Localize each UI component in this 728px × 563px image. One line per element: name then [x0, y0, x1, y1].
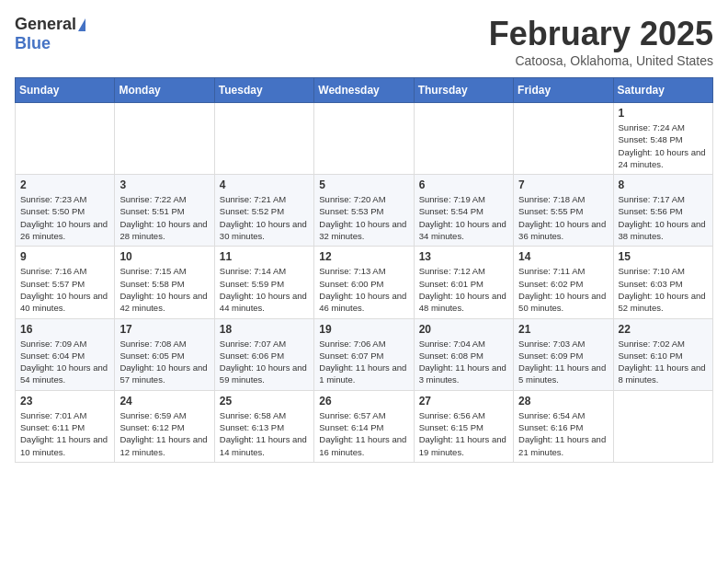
day-number: 1 — [619, 107, 708, 120]
calendar-header-row: SundayMondayTuesdayWednesdayThursdayFrid… — [16, 78, 713, 103]
day-header-tuesday: Tuesday — [214, 78, 313, 103]
calendar-cell: 12Sunrise: 7:13 AM Sunset: 6:00 PM Dayli… — [314, 247, 414, 318]
day-info: Sunrise: 7:09 AM Sunset: 6:04 PM Dayligh… — [20, 338, 109, 386]
day-number: 21 — [518, 323, 608, 336]
month-title: February 2025 — [489, 15, 713, 53]
calendar-cell: 22Sunrise: 7:02 AM Sunset: 6:10 PM Dayli… — [613, 318, 712, 390]
day-info: Sunrise: 7:20 AM Sunset: 5:53 PM Dayligh… — [319, 193, 408, 242]
calendar-table: SundayMondayTuesdayWednesdayThursdayFrid… — [15, 77, 713, 463]
day-number: 5 — [319, 178, 408, 191]
calendar-cell: 14Sunrise: 7:11 AM Sunset: 6:02 PM Dayli… — [514, 247, 613, 318]
calendar-cell: 13Sunrise: 7:12 AM Sunset: 6:01 PM Dayli… — [414, 247, 513, 318]
calendar-cell: 28Sunrise: 6:54 AM Sunset: 6:16 PM Dayli… — [514, 390, 613, 462]
calendar-cell: 19Sunrise: 7:06 AM Sunset: 6:07 PM Dayli… — [314, 318, 414, 390]
day-number: 20 — [419, 323, 508, 336]
day-info: Sunrise: 7:01 AM Sunset: 6:11 PM Dayligh… — [20, 409, 109, 458]
day-info: Sunrise: 7:03 AM Sunset: 6:09 PM Dayligh… — [518, 338, 608, 386]
day-number: 7 — [518, 178, 608, 191]
calendar-week-5: 23Sunrise: 7:01 AM Sunset: 6:11 PM Dayli… — [16, 390, 713, 462]
day-header-friday: Friday — [514, 78, 613, 103]
logo: General Blue — [15, 15, 85, 53]
calendar-cell: 17Sunrise: 7:08 AM Sunset: 6:05 PM Dayli… — [115, 318, 214, 390]
day-info: Sunrise: 7:21 AM Sunset: 5:52 PM Dayligh… — [220, 193, 309, 242]
calendar-cell: 5Sunrise: 7:20 AM Sunset: 5:53 PM Daylig… — [314, 175, 414, 247]
day-number: 17 — [119, 323, 209, 336]
day-header-thursday: Thursday — [414, 78, 513, 103]
calendar-cell — [314, 103, 414, 175]
logo-blue-text: Blue — [15, 34, 51, 52]
day-info: Sunrise: 7:18 AM Sunset: 5:55 PM Dayligh… — [518, 193, 608, 242]
calendar-cell: 21Sunrise: 7:03 AM Sunset: 6:09 PM Dayli… — [514, 318, 613, 390]
calendar-cell: 8Sunrise: 7:17 AM Sunset: 5:56 PM Daylig… — [613, 175, 712, 247]
day-number: 4 — [220, 178, 309, 191]
day-header-saturday: Saturday — [613, 78, 712, 103]
day-info: Sunrise: 6:59 AM Sunset: 6:12 PM Dayligh… — [119, 409, 209, 458]
day-number: 27 — [419, 395, 508, 408]
calendar-cell: 18Sunrise: 7:07 AM Sunset: 6:06 PM Dayli… — [214, 318, 313, 390]
day-info: Sunrise: 7:08 AM Sunset: 6:05 PM Dayligh… — [119, 338, 209, 386]
day-number: 12 — [319, 250, 408, 263]
logo-general-text: General — [15, 15, 76, 34]
day-info: Sunrise: 6:54 AM Sunset: 6:16 PM Dayligh… — [518, 409, 608, 458]
calendar-cell: 2Sunrise: 7:23 AM Sunset: 5:50 PM Daylig… — [16, 175, 115, 247]
day-number: 2 — [20, 178, 109, 191]
day-header-wednesday: Wednesday — [314, 78, 414, 103]
day-number: 13 — [419, 250, 508, 263]
day-info: Sunrise: 7:06 AM Sunset: 6:07 PM Dayligh… — [319, 338, 408, 386]
calendar-week-1: 1Sunrise: 7:24 AM Sunset: 5:48 PM Daylig… — [16, 103, 713, 175]
calendar-week-3: 9Sunrise: 7:16 AM Sunset: 5:57 PM Daylig… — [16, 247, 713, 318]
day-number: 11 — [220, 250, 309, 263]
calendar-cell: 25Sunrise: 6:58 AM Sunset: 6:13 PM Dayli… — [214, 390, 313, 462]
day-number: 6 — [419, 178, 508, 191]
day-number: 9 — [20, 250, 109, 263]
day-number: 25 — [220, 395, 309, 408]
day-number: 19 — [319, 323, 408, 336]
day-info: Sunrise: 7:07 AM Sunset: 6:06 PM Dayligh… — [220, 338, 309, 386]
day-info: Sunrise: 6:58 AM Sunset: 6:13 PM Dayligh… — [220, 409, 309, 458]
calendar-cell: 7Sunrise: 7:18 AM Sunset: 5:55 PM Daylig… — [514, 175, 613, 247]
day-info: Sunrise: 7:23 AM Sunset: 5:50 PM Dayligh… — [20, 193, 109, 242]
calendar-cell: 6Sunrise: 7:19 AM Sunset: 5:54 PM Daylig… — [414, 175, 513, 247]
day-info: Sunrise: 6:57 AM Sunset: 6:14 PM Dayligh… — [319, 409, 408, 458]
calendar-cell — [16, 103, 115, 175]
day-number: 26 — [319, 395, 408, 408]
day-number: 16 — [20, 323, 109, 336]
day-number: 24 — [119, 395, 209, 408]
day-info: Sunrise: 7:16 AM Sunset: 5:57 PM Dayligh… — [20, 265, 109, 314]
calendar-cell: 4Sunrise: 7:21 AM Sunset: 5:52 PM Daylig… — [214, 175, 313, 247]
calendar-cell: 24Sunrise: 6:59 AM Sunset: 6:12 PM Dayli… — [115, 390, 214, 462]
day-number: 15 — [619, 250, 708, 263]
day-number: 8 — [619, 178, 708, 191]
title-block: February 2025 Catoosa, Oklahoma, United … — [489, 15, 713, 68]
day-info: Sunrise: 7:02 AM Sunset: 6:10 PM Dayligh… — [619, 338, 708, 386]
day-info: Sunrise: 7:17 AM Sunset: 5:56 PM Dayligh… — [619, 193, 708, 242]
calendar-cell: 9Sunrise: 7:16 AM Sunset: 5:57 PM Daylig… — [16, 247, 115, 318]
calendar-week-4: 16Sunrise: 7:09 AM Sunset: 6:04 PM Dayli… — [16, 318, 713, 390]
day-info: Sunrise: 7:14 AM Sunset: 5:59 PM Dayligh… — [220, 265, 309, 314]
day-info: Sunrise: 7:15 AM Sunset: 5:58 PM Dayligh… — [119, 265, 209, 314]
location-title: Catoosa, Oklahoma, United States — [489, 53, 713, 68]
calendar-cell — [613, 390, 712, 462]
day-number: 10 — [119, 250, 209, 263]
day-header-sunday: Sunday — [16, 78, 115, 103]
day-number: 28 — [518, 395, 608, 408]
day-info: Sunrise: 6:56 AM Sunset: 6:15 PM Dayligh… — [419, 409, 508, 458]
day-info: Sunrise: 7:12 AM Sunset: 6:01 PM Dayligh… — [419, 265, 508, 314]
calendar-cell: 11Sunrise: 7:14 AM Sunset: 5:59 PM Dayli… — [214, 247, 313, 318]
calendar-cell: 3Sunrise: 7:22 AM Sunset: 5:51 PM Daylig… — [115, 175, 214, 247]
day-header-monday: Monday — [115, 78, 214, 103]
calendar-cell — [514, 103, 613, 175]
day-number: 23 — [20, 395, 109, 408]
calendar-cell: 10Sunrise: 7:15 AM Sunset: 5:58 PM Dayli… — [115, 247, 214, 318]
calendar-week-2: 2Sunrise: 7:23 AM Sunset: 5:50 PM Daylig… — [16, 175, 713, 247]
day-info: Sunrise: 7:10 AM Sunset: 6:03 PM Dayligh… — [619, 265, 708, 314]
calendar-cell: 20Sunrise: 7:04 AM Sunset: 6:08 PM Dayli… — [414, 318, 513, 390]
day-number: 3 — [119, 178, 209, 191]
calendar-cell — [214, 103, 313, 175]
calendar-cell: 23Sunrise: 7:01 AM Sunset: 6:11 PM Dayli… — [16, 390, 115, 462]
calendar-cell — [115, 103, 214, 175]
calendar-cell: 27Sunrise: 6:56 AM Sunset: 6:15 PM Dayli… — [414, 390, 513, 462]
day-number: 14 — [518, 250, 608, 263]
day-number: 18 — [220, 323, 309, 336]
calendar-cell: 15Sunrise: 7:10 AM Sunset: 6:03 PM Dayli… — [613, 247, 712, 318]
